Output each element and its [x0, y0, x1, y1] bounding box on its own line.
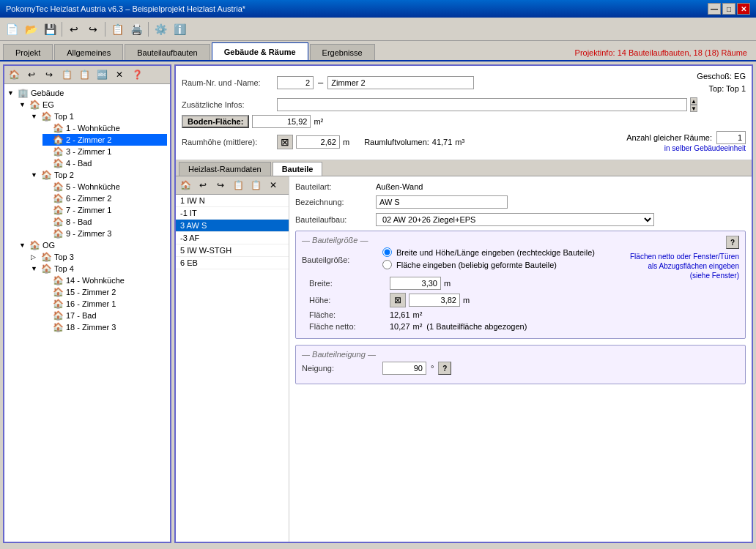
tab-bauteile[interactable]: Bauteile [273, 162, 323, 176]
tree-item-zimmer1-t2[interactable]: 🏠 7 - Zimmer 1 [42, 204, 167, 216]
print-button[interactable]: 🖨️ [127, 20, 145, 38]
z16-icon: 🏠 [53, 299, 64, 309]
minimize-button[interactable]: — [708, 3, 721, 15]
bt-add-button[interactable]: 🏠 [177, 178, 193, 193]
close-button[interactable]: ✕ [737, 3, 750, 15]
bezeichnung-input[interactable] [376, 195, 508, 209]
anzahl-label: Anzahl gleicher Räume: [626, 133, 712, 142]
tree-item-zimmer2-eg[interactable]: 🏠 2 - Zimmer 2 [42, 134, 167, 146]
z15-toggle [42, 288, 53, 296]
raumhohe-icon-btn[interactable]: ⊠ [277, 135, 293, 149]
save-button[interactable]: 💾 [41, 20, 59, 38]
hohe-icon-btn[interactable]: ⊠ [390, 293, 406, 307]
bauteile-item-6[interactable]: 6 EB [176, 257, 289, 269]
bt-forward-button[interactable]: ↪ [212, 178, 229, 193]
bauteile-toolbar: 🏠 ↩ ↪ 📋 📋 ✕ [176, 176, 289, 195]
delete-button[interactable]: ✕ [111, 67, 127, 82]
bt-copy-button[interactable]: 📋 [230, 178, 246, 193]
anzahl-input[interactable] [716, 131, 746, 144]
radio-beliebig-label: Fläche eingeben (beliebig geformte Baute… [396, 261, 557, 269]
neigung-help-btn[interactable]: ? [438, 362, 451, 375]
tab-allgemeines[interactable]: Allgemeines [54, 44, 123, 60]
tree-item-bad4[interactable]: 🏠 17 - Bad [42, 310, 167, 321]
maximize-button[interactable]: □ [722, 3, 735, 15]
bt-paste-button[interactable]: 📋 [248, 178, 264, 193]
scroll-down-btn[interactable]: ▼ [690, 105, 697, 112]
tree-root-gebaude[interactable]: ▼ 🏢 Gebäude [7, 87, 167, 99]
bauteilart-row: Bauteilart: Außen-Wand [295, 182, 746, 191]
tab-ergebnisse[interactable]: Ergebnisse [310, 44, 375, 60]
wk5-icon: 🏠 [53, 182, 64, 192]
room-nr-input[interactable] [277, 76, 314, 89]
paste-tree-button[interactable]: 📋 [76, 67, 92, 82]
bauteilart-label: Bauteilart: [295, 182, 376, 191]
tree-item-top2[interactable]: ▼ 🏠 Top 2 [31, 169, 167, 181]
scroll-up-btn[interactable]: ▲ [690, 97, 697, 105]
tree-item-zimmer2-t2[interactable]: 🏠 6 - Zimmer 2 [42, 193, 167, 204]
bauteilneigung-section: — Bauteilneigung — Neigung: ° ? [295, 345, 746, 384]
tree-item-bad2[interactable]: 🏠 8 - Bad [42, 216, 167, 228]
zusatz-input[interactable] [277, 98, 687, 111]
boden-value-input[interactable] [252, 115, 311, 128]
back-button[interactable]: ↩ [23, 67, 40, 82]
open-button[interactable]: 📂 [22, 20, 40, 38]
tree-item-wohnkuche1[interactable]: 🏠 1 - Wohnküche [42, 122, 167, 134]
tree-item-top4[interactable]: ▼ 🏠 Top 4 [31, 263, 167, 274]
tab-gebaude-raume[interactable]: Gebäude & Räume [212, 42, 308, 60]
bt-delete-button[interactable]: ✕ [265, 178, 281, 193]
tab-projekt[interactable]: Projekt [3, 44, 53, 60]
tree-item-wohnkuche14[interactable]: 🏠 14 - Wohnküche [42, 274, 167, 286]
bauteile-item-3[interactable]: 3 AW S [176, 220, 289, 232]
neigung-input[interactable] [382, 362, 426, 375]
forward-button[interactable]: ↪ [41, 67, 57, 82]
bauteile-item-1[interactable]: 1 IW N [176, 195, 289, 207]
tree-item-zimmer1-eg[interactable]: 🏠 3 - Zimmer 1 [42, 146, 167, 157]
settings-button[interactable]: ⚙️ [152, 20, 169, 38]
wk1-label: 1 - Wohnküche [66, 124, 120, 132]
raumhohe-input[interactable] [296, 135, 340, 149]
tree-item-zimmer3-t4[interactable]: 🏠 18 - Zimmer 3 [42, 321, 167, 333]
radio-rechteckig[interactable] [382, 247, 392, 257]
tab-bauteilaufbauten[interactable]: Bauteilaufbauten [125, 44, 210, 60]
redo-button[interactable]: ↪ [84, 20, 102, 38]
bezeichnung-label: Bezeichnung: [295, 198, 376, 206]
new-button[interactable]: 📄 [3, 20, 21, 38]
boden-button[interactable]: Boden-Fläche: [182, 115, 249, 128]
tree-item-eg[interactable]: ▼ 🏠 EG [19, 99, 167, 111]
undo-button[interactable]: ↩ [65, 20, 83, 38]
tree-item-top1[interactable]: ▼ 🏠 Top 1 [31, 111, 167, 122]
hohe-input[interactable] [409, 294, 460, 307]
tree-item-zimmer2-t4[interactable]: 🏠 15 - Zimmer 2 [42, 286, 167, 298]
bauteilaufbau-select[interactable]: 02 AW 20+26 Ziegel+EPS [376, 213, 654, 226]
raumluftvol-value: 41,71 [432, 138, 453, 146]
title-bar: PokornyTec Heizlast Austria v6.3 – Beisp… [0, 0, 756, 18]
side-help: ? Flächen netto oder Fenster/Türen als A… [629, 236, 739, 280]
wk1-toggle [42, 124, 53, 132]
info-button[interactable]: ℹ️ [171, 20, 188, 38]
bauteile-item-4[interactable]: -3 AF [176, 232, 289, 244]
tree-item-wohnkuche5[interactable]: 🏠 5 - Wohnküche [42, 181, 167, 193]
bad1-toggle [42, 160, 53, 167]
bauteile-item-5[interactable]: 5 IW W-STGH [176, 244, 289, 257]
tree-item-zimmer1-t4[interactable]: 🏠 16 - Zimmer 1 [42, 298, 167, 310]
tab-heizlast[interactable]: Heizlast-Raumdaten [179, 162, 271, 176]
tree-item-bad1[interactable]: 🏠 4 - Bad [42, 157, 167, 169]
add-building-button[interactable]: 🏠 [6, 67, 22, 82]
anzahl-sub: in selber Gebäudeeinheit [626, 144, 746, 152]
radio-beliebig[interactable] [382, 260, 392, 269]
rename-button[interactable]: 🔤 [94, 67, 110, 82]
help-tree-button[interactable]: ❓ [129, 67, 145, 82]
tree-item-top3[interactable]: ▷ 🏠 Top 3 [31, 251, 167, 263]
tree-item-og[interactable]: ▼ 🏠 OG [19, 239, 167, 251]
tree-item-zimmer3-t2[interactable]: 🏠 9 - Zimmer 3 [42, 228, 167, 239]
bt-back-button[interactable]: ↩ [195, 178, 211, 193]
groesse-help-btn[interactable]: ? [726, 236, 739, 249]
bauteile-item-2[interactable]: -1 IT [176, 207, 289, 220]
room-name-input[interactable] [327, 76, 474, 89]
toolbar-separator-2 [105, 22, 105, 37]
wk1-icon: 🏠 [53, 123, 64, 133]
copy-button[interactable]: 📋 [108, 20, 126, 38]
copy-tree-button[interactable]: 📋 [59, 67, 75, 82]
breite-input[interactable] [390, 277, 441, 290]
toggle-icon: ▼ [7, 89, 18, 97]
